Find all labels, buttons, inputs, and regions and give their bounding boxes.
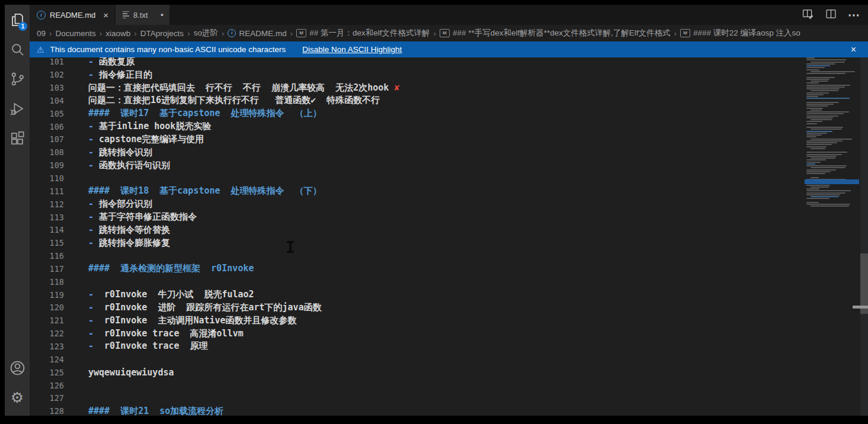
minimap-line bbox=[806, 133, 827, 134]
banner-message: This document contains many non-basic AS… bbox=[50, 45, 286, 54]
breadcrumb-label: ### **手写dex和elf解析器**dex文件格式详解,了解Elf文件格式 bbox=[453, 28, 671, 38]
code-line[interactable]: 127 bbox=[30, 391, 856, 404]
banner-close-icon[interactable]: × bbox=[851, 44, 856, 55]
minimap-line bbox=[806, 152, 847, 153]
breadcrumb-item[interactable]: so进阶 bbox=[194, 28, 218, 38]
close-tab-icon[interactable]: × bbox=[103, 10, 108, 20]
scrollbar-thumb[interactable] bbox=[860, 253, 868, 314]
line-number: 123 bbox=[30, 342, 73, 351]
activity-bar: 1 bbox=[5, 5, 30, 416]
line-content: - 跳转指令等价替换 bbox=[73, 224, 170, 236]
code-line[interactable]: 125ywqewuiqewiuydsa bbox=[30, 366, 856, 379]
line-content: ywqewuiqewiuydsa bbox=[73, 367, 174, 378]
breadcrumb-item[interactable]: 09 bbox=[37, 29, 46, 38]
breadcrumb-item[interactable]: M## 第一月：dex和elf文件格式详解 bbox=[296, 28, 430, 38]
editor-pane[interactable]: 101- 函数复原102- 指令修正目的103问题一：直接把代码填回去 行不行 … bbox=[30, 57, 856, 416]
tab-readme[interactable]: i README.md × bbox=[30, 5, 114, 25]
source-control-icon[interactable] bbox=[5, 64, 30, 94]
minimap-line bbox=[811, 205, 849, 207]
line-content: - 指令修正目的 bbox=[73, 69, 152, 81]
breadcrumb-label: DTAprojects bbox=[140, 29, 184, 38]
account-icon[interactable] bbox=[5, 353, 30, 383]
breadcrumb-item[interactable]: M### **手写dex和elf解析器**dex文件格式详解,了解Elf文件格式 bbox=[440, 28, 671, 38]
minimap-line bbox=[811, 62, 845, 63]
minimap-line bbox=[811, 177, 819, 178]
code-line[interactable]: 122- r0Invoke trace 高混淆ollvm bbox=[30, 327, 856, 340]
line-number: 120 bbox=[30, 303, 73, 312]
breadcrumb-item[interactable]: M#### 课时22 编译aosp 注入so bbox=[680, 28, 800, 38]
minimap-line bbox=[811, 196, 839, 197]
code-text: - bbox=[88, 328, 94, 339]
code-line[interactable]: 112- 指令部分识别 bbox=[30, 198, 856, 211]
code-line[interactable]: 104问题二：直接把16进制复制下来执行行不行 普通函数✔ 特殊函数不行 bbox=[30, 94, 856, 107]
code-line[interactable]: 118 bbox=[30, 275, 856, 288]
breadcrumb-item[interactable]: xiaowb bbox=[105, 29, 130, 38]
code-line[interactable]: 103问题一：直接把代码填回去 行不行 不行 崩溃几率较高 无法2次hook ✘ bbox=[30, 81, 856, 94]
line-number: 109 bbox=[30, 160, 73, 170]
code-line[interactable]: 108- 跳转指令识别 bbox=[30, 146, 856, 159]
code-line[interactable]: 124 bbox=[30, 353, 856, 366]
line-content: - r0Invoke 牛刀小试 脱壳fulao2 bbox=[73, 289, 254, 300]
line-number: 110 bbox=[30, 174, 73, 183]
code-line[interactable]: 113- 基于字符串修正函数指令 bbox=[30, 211, 856, 224]
run-debug-icon[interactable] bbox=[5, 94, 30, 123]
breadcrumb-item[interactable]: DTAprojects bbox=[140, 29, 184, 38]
code-line[interactable]: 120- r0Invoke 进阶 跟踪所有运行在art下的java函数 bbox=[30, 301, 856, 314]
line-number: 126 bbox=[30, 381, 73, 390]
code-line[interactable]: 128#### 课时21 so加载流程分析 bbox=[30, 404, 856, 416]
more-actions-icon[interactable]: ⋯ bbox=[848, 12, 860, 18]
minimap-line bbox=[806, 113, 844, 114]
code-line[interactable]: 119- r0Invoke 牛刀小试 脱壳fulao2 bbox=[30, 288, 856, 301]
code-line[interactable]: 117#### 通杀检测的新型框架 r0Invoke bbox=[30, 262, 856, 275]
minimap-line bbox=[806, 82, 819, 83]
open-preview-icon[interactable] bbox=[802, 8, 814, 23]
extensions-icon[interactable] bbox=[5, 123, 30, 153]
unicode-warning-banner: ⚠ This document contains many non-basic … bbox=[30, 41, 868, 57]
breadcrumb-item[interactable]: iREADME.md bbox=[228, 29, 286, 38]
minimap-line bbox=[806, 73, 845, 74]
minimap-line bbox=[806, 98, 850, 99]
minimap-line bbox=[806, 63, 835, 65]
minimap-line bbox=[806, 96, 818, 97]
breadcrumb-separator: › bbox=[187, 29, 190, 38]
code-line[interactable]: 110 bbox=[30, 172, 856, 185]
tab-bar: i README.md × 8.txt ● bbox=[30, 5, 868, 25]
settings-gear-icon[interactable]: ⚙ bbox=[5, 383, 30, 412]
code-text: 基于inline hook脱壳实验 bbox=[94, 121, 211, 131]
minimap-line bbox=[806, 123, 817, 124]
minimap-line bbox=[806, 204, 850, 205]
code-line[interactable]: 106- 基于inline hook脱壳实验 bbox=[30, 120, 856, 133]
code-line[interactable]: 107- capstone完整编译与使用 bbox=[30, 133, 856, 146]
code-text: r0Invoke 主动调用Native函数并且修改参数 bbox=[94, 315, 297, 326]
scrollbar-track[interactable] bbox=[860, 57, 868, 416]
minimap-line bbox=[806, 117, 833, 118]
split-editor-icon[interactable] bbox=[825, 8, 837, 23]
explorer-icon[interactable]: 1 bbox=[5, 5, 30, 34]
line-number: 122 bbox=[30, 329, 73, 338]
code-text: 问题二：直接把16进制复制下来执行行不行 普通函数✔ 特殊函数不行 bbox=[88, 95, 380, 105]
minimap[interactable] bbox=[805, 57, 860, 365]
search-icon[interactable] bbox=[5, 34, 30, 64]
minimap-line bbox=[811, 187, 829, 188]
disable-highlight-link[interactable]: Disable Non ASCII Highlight bbox=[302, 45, 402, 54]
minimap-line bbox=[806, 92, 829, 94]
code-text: r0Invoke 进阶 跟踪所有运行在art下的java函数 bbox=[94, 302, 322, 313]
code-line[interactable]: 115- 跳转指令膨胀修复 bbox=[30, 236, 856, 249]
code-line[interactable]: 109- 函数执行语句识别 bbox=[30, 159, 856, 172]
tab-8txt[interactable]: 8.txt ● bbox=[116, 5, 169, 25]
code-text: - bbox=[88, 289, 94, 300]
code-line[interactable]: 126 bbox=[30, 379, 856, 392]
line-number: 127 bbox=[30, 393, 73, 403]
code-line[interactable]: 123- r0Invoke trace 原理 bbox=[30, 340, 856, 353]
markdown-symbol-icon: M bbox=[680, 29, 690, 37]
breadcrumb-item[interactable]: Documents bbox=[56, 29, 96, 38]
code-line[interactable]: 105#### 课时17 基于capstone 处理特殊指令 （上） bbox=[30, 107, 856, 120]
minimap-line bbox=[806, 194, 840, 195]
code-line[interactable]: 101- 函数复原 bbox=[30, 57, 856, 68]
code-line[interactable]: 111#### 课时18 基于capstone 处理特殊指令 （下） bbox=[30, 185, 856, 198]
code-line[interactable]: 121- r0Invoke 主动调用Native函数并且修改参数 bbox=[30, 314, 856, 327]
code-line[interactable]: 116 bbox=[30, 249, 856, 262]
tab-label: README.md bbox=[50, 11, 95, 20]
code-line[interactable]: 114- 跳转指令等价替换 bbox=[30, 223, 856, 236]
code-line[interactable]: 102- 指令修正目的 bbox=[30, 68, 856, 81]
